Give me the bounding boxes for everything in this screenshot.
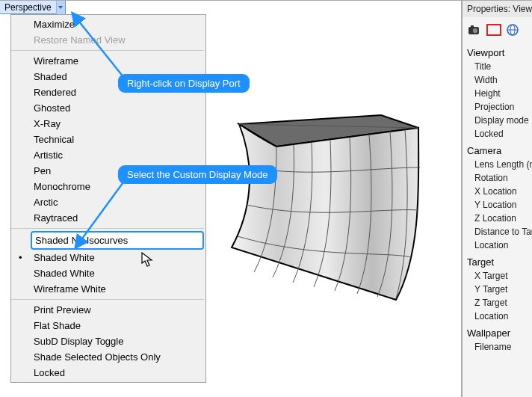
props-row-width[interactable]: Width <box>463 73 532 87</box>
cursor-pointer-icon <box>141 252 155 271</box>
props-row-x-target[interactable]: X Target <box>463 269 532 283</box>
viewport-area[interactable]: Perspective <box>0 0 462 397</box>
props-row-display-mode[interactable]: Display mode <box>463 114 532 127</box>
menu-item-locked[interactable]: Locked <box>31 365 204 381</box>
menu-item-restore-named-view: Restore Named View <box>31 32 204 48</box>
menu-item-subd-display-toggle[interactable]: SubD Display Toggle <box>31 333 204 349</box>
menu-separator <box>11 299 204 300</box>
props-row-locked[interactable]: Locked <box>463 127 532 141</box>
props-row-camera-location[interactable]: Location <box>463 238 532 252</box>
props-row-z-location[interactable]: Z Location <box>463 212 532 225</box>
menu-item-flat-shade[interactable]: Flat Shade <box>31 318 204 333</box>
props-row-projection[interactable]: Projection <box>463 100 532 114</box>
menu-item-maximize[interactable]: Maximize <box>31 16 204 32</box>
menu-item-raytraced[interactable]: Raytraced <box>31 210 204 226</box>
menu-item-technical[interactable]: Technical <box>31 132 204 147</box>
viewport-context-menu: Maximize Restore Named View Wireframe Sh… <box>10 14 206 383</box>
props-row-x-location[interactable]: X Location <box>463 185 532 198</box>
callout-right-click: Right-click on Display Port <box>118 74 250 93</box>
viewport-title-label: Perspective <box>0 2 56 13</box>
menu-item-xray[interactable]: X-Ray <box>31 116 204 132</box>
menu-item-artistic[interactable]: Artistic <box>31 147 204 163</box>
props-row-height[interactable]: Height <box>463 87 532 100</box>
viewport-tab-dropdown-arrow[interactable] <box>56 1 65 14</box>
viewport-title-tab[interactable]: Perspective <box>0 1 66 14</box>
svg-rect-3 <box>471 25 474 28</box>
menu-item-shaded-no-isocurves[interactable]: Shaded No Isocurves <box>31 231 204 250</box>
props-row-target-location[interactable]: Location <box>463 310 532 323</box>
props-row-rotation[interactable]: Rotation <box>463 171 532 185</box>
props-row-y-location[interactable]: Y Location <box>463 198 532 212</box>
props-row-lens-length[interactable]: Lens Length (mm) <box>463 158 532 171</box>
menu-item-shade-selected-only[interactable]: Shade Selected Objects Only <box>31 349 204 365</box>
props-section-wallpaper: Wallpaper <box>463 323 532 340</box>
camera-icon[interactable] <box>467 24 482 36</box>
menu-item-arctic[interactable]: Arctic <box>31 194 204 210</box>
props-row-filename[interactable]: Filename <box>463 340 532 354</box>
svg-rect-5 <box>487 25 501 35</box>
viewport-icon[interactable] <box>486 24 501 36</box>
menu-item-wireframe[interactable]: Wireframe <box>31 53 204 69</box>
props-row-y-target[interactable]: Y Target <box>463 283 532 296</box>
menu-separator <box>11 228 204 229</box>
props-row-title[interactable]: Title <box>463 60 532 73</box>
menu-item-wireframe-white[interactable]: Wireframe White <box>31 281 204 297</box>
svg-point-4 <box>473 28 477 33</box>
properties-panel: Properties: Viewport Viewport Title Widt… <box>462 0 532 397</box>
menu-item-shaded-white[interactable]: Shaded White <box>31 250 204 265</box>
properties-panel-title: Properties: Viewport <box>463 1 532 17</box>
props-section-target: Target <box>463 252 532 269</box>
globe-icon[interactable] <box>506 23 519 37</box>
props-row-z-target[interactable]: Z Target <box>463 296 532 310</box>
menu-item-ghosted[interactable]: Ghosted <box>31 100 204 116</box>
menu-item-shaded-white-2[interactable]: Shaded White <box>31 265 204 281</box>
props-row-distance-to-target[interactable]: Distance to Target <box>463 225 532 238</box>
properties-tab-icons <box>463 17 532 43</box>
menu-item-print-preview[interactable]: Print Preview <box>31 302 204 318</box>
menu-separator <box>11 50 204 51</box>
props-section-camera: Camera <box>463 141 532 158</box>
props-section-viewport: Viewport <box>463 43 532 60</box>
surface-preview <box>209 109 441 307</box>
callout-select-display-mode: Select the Custom Display Mode <box>118 165 277 184</box>
